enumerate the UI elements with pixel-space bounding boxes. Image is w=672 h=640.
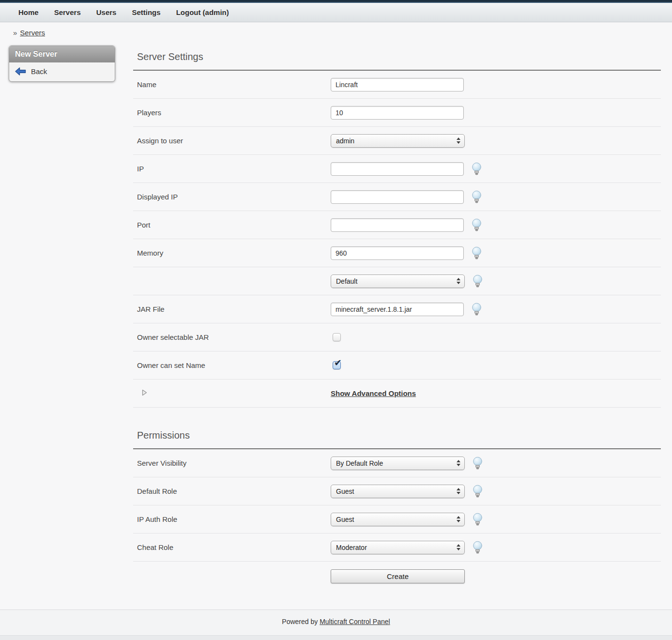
port-input[interactable] bbox=[331, 218, 464, 232]
owner-can-set-name-label: Owner can set Name bbox=[137, 361, 331, 369]
hint-bulb-icon[interactable] bbox=[472, 218, 482, 232]
nav-item-home[interactable]: Home bbox=[18, 8, 39, 16]
nav-item-servers[interactable]: Servers bbox=[54, 8, 81, 16]
ip-auth-role-label: IP Auth Role bbox=[137, 515, 331, 523]
memory-input[interactable] bbox=[331, 246, 464, 260]
content-layout: New Server Back Server Settings Name bbox=[0, 42, 672, 610]
displayed-ip-label: Displayed IP bbox=[137, 193, 331, 201]
section-permissions: Permissions Server Visibility By Default… bbox=[133, 408, 661, 596]
main-panel: Server Settings Name Players Assign to u… bbox=[133, 42, 661, 596]
select-stepper-icon bbox=[457, 137, 461, 144]
name-label: Name bbox=[137, 80, 331, 89]
create-button[interactable]: Create bbox=[331, 569, 465, 583]
sidebar-new-server-box: New Server Back bbox=[9, 46, 115, 82]
select-stepper-icon bbox=[457, 460, 461, 466]
create-row: Create bbox=[133, 562, 661, 596]
form-row-owner-selectable-jar: Owner selectable JAR bbox=[133, 323, 661, 351]
memory-label: Memory bbox=[137, 249, 331, 257]
form-row-port: Port bbox=[133, 211, 661, 239]
show-advanced-options-link[interactable]: Show Advanced Options bbox=[331, 389, 416, 397]
owner-selectable-jar-label: Owner selectable JAR bbox=[137, 333, 331, 341]
ip-auth-role-selected-value: Guest bbox=[336, 516, 354, 523]
select-stepper-icon bbox=[457, 516, 461, 522]
permissions-title: Permissions bbox=[133, 408, 661, 449]
jar-default-selected-value: Default bbox=[336, 277, 357, 285]
form-row-advanced-options: Show Advanced Options bbox=[133, 380, 661, 408]
default-role-selected-value: Guest bbox=[336, 488, 354, 495]
form-row-name: Name bbox=[133, 71, 661, 99]
form-row-jar-file: JAR File bbox=[133, 295, 661, 323]
hint-bulb-icon[interactable] bbox=[473, 485, 483, 498]
owner-can-set-name-checkbox[interactable] bbox=[333, 361, 341, 369]
players-input[interactable] bbox=[331, 106, 464, 120]
assign-user-label: Assign to user bbox=[137, 137, 331, 145]
breadcrumb-link-servers[interactable]: Servers bbox=[20, 29, 45, 37]
form-row-assign-user: Assign to user admin bbox=[133, 127, 661, 155]
form-row-memory: Memory bbox=[133, 239, 661, 267]
server-settings-title: Server Settings bbox=[133, 42, 661, 71]
form-row-server-visibility: Server Visibility By Default Role bbox=[133, 449, 661, 477]
server-visibility-select[interactable]: By Default Role bbox=[331, 457, 465, 470]
cheat-role-selected-value: Moderator bbox=[336, 544, 367, 551]
nav-item-settings[interactable]: Settings bbox=[132, 8, 160, 16]
default-role-label: Default Role bbox=[137, 487, 331, 495]
hint-bulb-icon[interactable] bbox=[473, 274, 483, 288]
footer-multicraft-link[interactable]: Multicraft Control Panel bbox=[320, 618, 390, 625]
server-visibility-selected-value: By Default Role bbox=[336, 459, 383, 467]
hint-bulb-icon[interactable] bbox=[473, 541, 483, 554]
select-stepper-icon bbox=[457, 488, 461, 494]
owner-selectable-jar-checkbox[interactable] bbox=[333, 333, 341, 341]
nav-item-logout[interactable]: Logout (admin) bbox=[176, 8, 229, 16]
form-row-displayed-ip: Displayed IP bbox=[133, 183, 661, 211]
port-label: Port bbox=[137, 221, 331, 229]
sidebar-title: New Server bbox=[9, 46, 115, 62]
back-label: Back bbox=[31, 67, 47, 76]
hint-bulb-icon[interactable] bbox=[472, 246, 482, 260]
bottom-strip bbox=[0, 635, 672, 640]
players-label: Players bbox=[137, 108, 331, 117]
hint-bulb-icon[interactable] bbox=[472, 303, 482, 316]
section-server-settings: Server Settings Name Players Assign to u… bbox=[133, 42, 661, 408]
cheat-role-label: Cheat Role bbox=[137, 543, 331, 551]
form-row-ip: IP bbox=[133, 155, 661, 183]
ip-input[interactable] bbox=[331, 162, 464, 176]
form-row-owner-can-set-name: Owner can set Name bbox=[133, 351, 661, 380]
cheat-role-select[interactable]: Moderator bbox=[331, 541, 465, 554]
breadcrumb: »Servers bbox=[0, 22, 672, 42]
name-input[interactable] bbox=[331, 78, 464, 91]
assign-user-select[interactable]: admin bbox=[331, 134, 465, 148]
main-navigation: Home Servers Users Settings Logout (admi… bbox=[0, 3, 672, 22]
jar-default-select[interactable]: Default bbox=[331, 274, 465, 288]
assign-user-selected-value: admin bbox=[336, 137, 354, 145]
disclosure-triangle-icon[interactable] bbox=[142, 389, 147, 396]
advanced-options-disclosure bbox=[137, 389, 331, 397]
ip-label: IP bbox=[137, 165, 331, 173]
multicraft-page: Home Servers Users Settings Logout (admi… bbox=[0, 0, 672, 640]
sidebar-body: Back bbox=[9, 62, 115, 81]
back-arrow-icon bbox=[15, 67, 26, 76]
jar-file-input[interactable] bbox=[331, 303, 464, 316]
default-role-select[interactable]: Guest bbox=[331, 485, 465, 498]
hint-bulb-icon[interactable] bbox=[473, 457, 483, 470]
ip-auth-role-select[interactable]: Guest bbox=[331, 513, 465, 526]
displayed-ip-input[interactable] bbox=[331, 190, 464, 204]
form-row-default-role: Default Role Guest bbox=[133, 477, 661, 505]
nav-item-users[interactable]: Users bbox=[96, 8, 117, 16]
hint-bulb-icon[interactable] bbox=[473, 513, 483, 526]
form-row-cheat-role: Cheat Role Moderator bbox=[133, 533, 661, 562]
hint-bulb-icon[interactable] bbox=[472, 190, 482, 204]
back-button[interactable]: Back bbox=[15, 67, 109, 76]
select-stepper-icon bbox=[457, 544, 461, 550]
server-visibility-label: Server Visibility bbox=[137, 459, 331, 467]
jar-file-label: JAR File bbox=[137, 305, 331, 313]
select-stepper-icon bbox=[457, 278, 461, 284]
form-row-jar-default: Default bbox=[133, 267, 661, 295]
hint-bulb-icon[interactable] bbox=[472, 162, 482, 176]
form-row-players: Players bbox=[133, 99, 661, 127]
footer-text: Powered by bbox=[282, 618, 318, 625]
form-row-ip-auth-role: IP Auth Role Guest bbox=[133, 505, 661, 533]
footer: Powered by Multicraft Control Panel bbox=[0, 610, 672, 635]
breadcrumb-separator: » bbox=[13, 29, 17, 37]
